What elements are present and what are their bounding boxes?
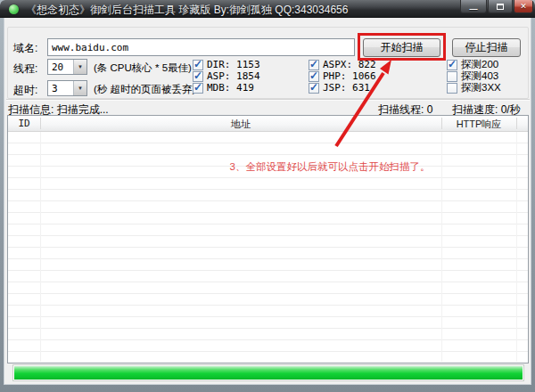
titlebar[interactable]: 《想念初态》御剑后台扫描工具 珍藏版 By:御剑孤独 QQ:343034656 … bbox=[0, 0, 535, 18]
close-button[interactable]: ✕ bbox=[514, 0, 533, 13]
close-icon: ✕ bbox=[520, 2, 527, 11]
check-icon: ✓ bbox=[448, 58, 457, 70]
checkbox-label: ASP: 1854 bbox=[207, 70, 260, 82]
checkbox-label: PHP: 1066 bbox=[323, 70, 376, 82]
timeout-value: 3 bbox=[48, 81, 73, 95]
thread-label: 线程: bbox=[13, 61, 37, 77]
checkbox-icon: ✓ bbox=[309, 83, 319, 94]
results-table-header[interactable]: ID 地址 HTTP响应 bbox=[8, 116, 528, 132]
column-header-address[interactable]: 地址 bbox=[40, 118, 441, 131]
column-divider[interactable] bbox=[516, 118, 517, 129]
checkbox-icon: ✓ bbox=[447, 60, 457, 70]
minimize-icon: — bbox=[470, 4, 478, 13]
timeout-hint: (秒 超时的页面被丢弃) bbox=[94, 83, 195, 96]
checkbox-php[interactable]: ✓ PHP: 1066 bbox=[309, 70, 376, 82]
client-area: 域名: 开始扫描 停止扫描 线程: 20 ▼ (条 CPU核心 * 5最佳) 超… bbox=[4, 18, 531, 385]
checkbox-label: MDB: 419 bbox=[207, 82, 254, 94]
chevron-down-icon[interactable]: ▼ bbox=[73, 81, 86, 95]
column-divider[interactable] bbox=[441, 118, 442, 129]
checkbox-icon: ✓ bbox=[193, 83, 203, 94]
thread-count-value: 20 bbox=[48, 60, 73, 74]
progress-bar bbox=[12, 364, 524, 381]
app-icon bbox=[9, 4, 19, 14]
chevron-down-icon[interactable]: ▼ bbox=[73, 60, 86, 74]
maximize-icon bbox=[497, 4, 504, 10]
domain-input[interactable] bbox=[47, 38, 355, 56]
domain-label: 域名: bbox=[13, 41, 37, 56]
column-header-http-response[interactable]: HTTP响应 bbox=[441, 118, 516, 131]
tutorial-annotation-text: 3、全部设置好以后就可以点击开始扫描了。 bbox=[138, 160, 522, 174]
maximize-button[interactable] bbox=[488, 0, 513, 13]
checkbox-label: 探测3XX bbox=[461, 81, 501, 94]
stop-scan-button[interactable]: 停止扫描 bbox=[452, 38, 521, 57]
thread-hint: (条 CPU核心 * 5最佳) bbox=[94, 61, 192, 75]
checkbox-dir[interactable]: ✓ DIR: 1153 bbox=[193, 59, 260, 70]
divider bbox=[6, 99, 530, 101]
window-title: 《想念初态》御剑后台扫描工具 珍藏版 By:御剑孤独 QQ:343034656 bbox=[26, 3, 348, 18]
start-scan-button[interactable]: 开始扫描 bbox=[363, 38, 440, 57]
checkbox-label: JSP: 631 bbox=[323, 82, 370, 94]
checkbox-icon bbox=[447, 71, 457, 82]
checkbox-icon bbox=[447, 83, 457, 94]
app-window: { "window": { "title": "《想念初态》御剑后台扫描工具 珍… bbox=[0, 0, 535, 392]
checkbox-label: DIR: 1153 bbox=[207, 59, 260, 70]
checkbox-asp[interactable]: ✓ ASP: 1854 bbox=[193, 70, 260, 82]
checkbox-jsp[interactable]: ✓ JSP: 631 bbox=[309, 82, 370, 94]
results-table[interactable]: ID 地址 HTTP响应 bbox=[7, 115, 529, 363]
minimize-button[interactable]: — bbox=[460, 0, 487, 13]
check-icon: ✓ bbox=[309, 69, 318, 82]
checkbox-label: ASPX: 822 bbox=[323, 59, 376, 70]
timeout-select[interactable]: 3 ▼ bbox=[47, 80, 87, 96]
checkbox-probe-3xx[interactable]: 探测3XX bbox=[447, 82, 501, 94]
column-header-id[interactable]: ID bbox=[8, 118, 40, 129]
checkbox-aspx[interactable]: ✓ ASPX: 822 bbox=[309, 59, 376, 70]
check-icon: ✓ bbox=[309, 58, 318, 70]
check-icon: ✓ bbox=[193, 69, 202, 82]
checkbox-mdb[interactable]: ✓ MDB: 419 bbox=[193, 82, 254, 94]
check-icon: ✓ bbox=[193, 81, 202, 94]
check-icon: ✓ bbox=[193, 58, 202, 70]
column-divider[interactable] bbox=[40, 118, 41, 129]
progress-bar-fill bbox=[14, 366, 523, 380]
thread-count-select[interactable]: 20 ▼ bbox=[47, 59, 87, 75]
column-line bbox=[40, 132, 41, 362]
check-icon: ✓ bbox=[309, 81, 318, 94]
timeout-label: 超时: bbox=[13, 83, 37, 98]
